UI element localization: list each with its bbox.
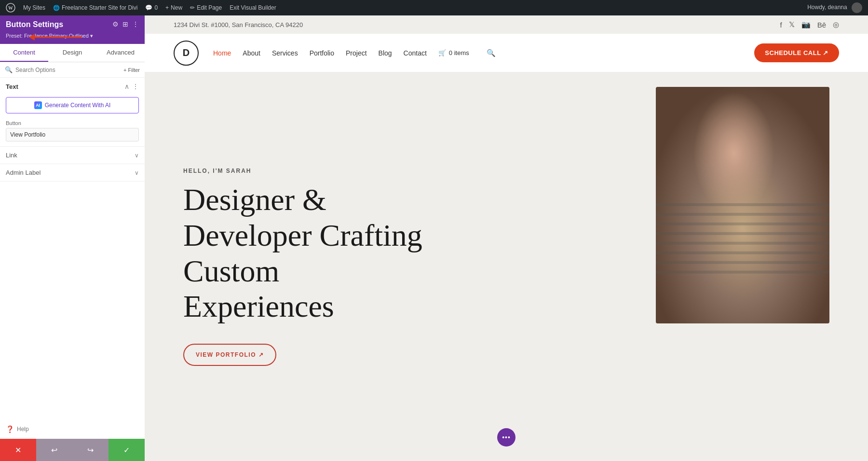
hero-image-inner (656, 87, 829, 323)
cart-icon: 🛒 (438, 49, 446, 56)
svg-rect-11 (656, 270, 829, 273)
panel-footer: ✕ ↩ ↪ ✓ (0, 439, 145, 461)
hero-image (656, 87, 829, 323)
search-input[interactable] (15, 67, 121, 73)
svg-rect-9 (656, 251, 829, 254)
ai-icon: AI (34, 101, 42, 109)
help-icon: ❓ (6, 425, 14, 433)
tab-design[interactable]: Design (48, 44, 96, 62)
search-row: 🔍 + Filter (0, 62, 145, 78)
social-icons: f 𝕏 📷 Bē ◎ (780, 20, 839, 29)
save-button[interactable]: ✓ (108, 439, 145, 461)
link-title: Link (6, 152, 17, 159)
nav-project[interactable]: Project (346, 49, 367, 57)
link-chevron-icon: ∨ (135, 152, 139, 159)
link-section: Link ∨ (0, 147, 145, 164)
link-collapsible[interactable]: Link ∨ (0, 147, 145, 164)
panel-title: Button Settings (6, 20, 63, 29)
svg-rect-7 (656, 232, 829, 235)
howdy-text: Howdy, deanna (807, 2, 862, 13)
comments-item[interactable]: 💬 0 (145, 4, 158, 11)
floating-action-button[interactable]: ••• (497, 428, 515, 447)
button-field-label: Button (6, 120, 139, 126)
admin-label-section: Admin Label ∨ (0, 164, 145, 182)
nav-blog[interactable]: Blog (379, 49, 392, 57)
site-nav-bar: D Home About Services Portfolio Project … (145, 34, 868, 72)
instagram-icon[interactable]: 📷 (801, 20, 811, 29)
new-item[interactable]: + New (165, 4, 182, 11)
search-icon: 🔍 (5, 66, 13, 73)
preset-label[interactable]: Preset: Freelance Primary Outlined ▾ (6, 33, 93, 39)
hero-cta-button[interactable]: VIEW PORTFOLIO ↗ (183, 344, 276, 366)
site-logo: D (174, 41, 199, 66)
hero-section: HELLO, I'M SARAH Designer & Developer Cr… (145, 72, 868, 461)
wp-admin-bar: W My Sites 🌐 Freelance Starter Site for … (0, 0, 868, 15)
svg-rect-5 (656, 212, 829, 215)
main-wrapper: Button Settings ⚙ ⊞ ⋮ Preset: Freelance … (0, 15, 868, 461)
ai-generate-button[interactable]: AI Generate Content With AI (6, 97, 139, 113)
facebook-icon[interactable]: f (780, 21, 782, 29)
panel-tabs: Content Design Advanced (0, 44, 145, 62)
undo-button[interactable]: ↩ (36, 439, 72, 461)
layout-icon[interactable]: ⊞ (122, 20, 128, 28)
help-text[interactable]: Help (17, 426, 29, 433)
help-row: ❓ Help (0, 419, 145, 439)
panel-header: Button Settings ⚙ ⊞ ⋮ (0, 15, 145, 33)
cart-count: 0 items (449, 49, 469, 56)
behance-icon[interactable]: Bē (817, 21, 826, 29)
tab-advanced[interactable]: Advanced (96, 44, 145, 62)
redo-button[interactable]: ↪ (72, 439, 108, 461)
hero-content: HELLO, I'M SARAH Designer & Developer Cr… (145, 139, 473, 394)
nav-portfolio[interactable]: Portfolio (310, 49, 334, 57)
nav-services[interactable]: Services (272, 49, 298, 57)
svg-rect-10 (656, 261, 829, 264)
twitter-icon[interactable]: 𝕏 (789, 20, 795, 29)
wp-logo-item[interactable]: W (6, 3, 15, 13)
tab-content[interactable]: Content (0, 44, 48, 62)
cart-icon-area[interactable]: 🛒 0 items (438, 49, 469, 56)
button-field-row: Button (0, 118, 145, 146)
text-section-title: Text (6, 83, 18, 90)
section-more-icon[interactable]: ⋮ (132, 83, 139, 90)
site-top-bar: 1234 Divi St. #1000, San Francisco, CA 9… (145, 15, 868, 34)
site-header: 1234 Divi St. #1000, San Francisco, CA 9… (145, 15, 868, 72)
cancel-button[interactable]: ✕ (0, 439, 36, 461)
content-area: 1234 Divi St. #1000, San Francisco, CA 9… (145, 15, 868, 461)
text-section: Text ∧ ⋮ AI Generate Content With AI But… (0, 78, 145, 147)
nav-contact[interactable]: Contact (404, 49, 427, 57)
admin-label-collapsible[interactable]: Admin Label ∨ (0, 164, 145, 181)
button-text-input[interactable] (6, 128, 139, 141)
admin-label-title: Admin Label (6, 169, 41, 176)
preset-row: Preset: Freelance Primary Outlined ▾ (0, 33, 145, 44)
hero-subtitle: HELLO, I'M SARAH (183, 168, 434, 174)
panel-header-icons: ⚙ ⊞ ⋮ (112, 20, 139, 28)
nav-home[interactable]: Home (213, 49, 231, 57)
text-section-controls: ∧ ⋮ (124, 83, 139, 90)
exit-builder-item[interactable]: Exit Visual Builder (230, 4, 276, 11)
more-icon[interactable]: ⋮ (132, 20, 139, 28)
admin-label-chevron-icon: ∨ (135, 169, 139, 176)
settings-icon[interactable]: ⚙ (112, 20, 119, 28)
left-panel: Button Settings ⚙ ⊞ ⋮ Preset: Freelance … (0, 15, 145, 461)
collapse-icon[interactable]: ∧ (124, 83, 129, 90)
text-section-header: Text ∧ ⋮ (0, 78, 145, 95)
schedule-call-button[interactable]: SCHEDULE CALL ↗ (754, 43, 839, 62)
svg-rect-4 (656, 203, 829, 206)
hero-title: Designer & Developer Crafting Custom Exp… (183, 182, 434, 324)
edit-page-item[interactable]: ✏ Edit Page (190, 4, 222, 11)
svg-text:W: W (8, 5, 13, 11)
filter-button[interactable]: + Filter (123, 67, 140, 73)
search-nav-icon[interactable]: 🔍 (487, 49, 496, 57)
dribbble-icon[interactable]: ◎ (833, 20, 839, 29)
site-name-item[interactable]: 🌐 Freelance Starter Site for Divi (53, 4, 137, 11)
main-nav: Home About Services Portfolio Project Bl… (213, 49, 740, 57)
svg-rect-6 (656, 222, 829, 225)
floating-btn-icon: ••• (502, 433, 511, 441)
site-address: 1234 Divi St. #1000, San Francisco, CA 9… (174, 21, 303, 28)
svg-rect-8 (656, 241, 829, 244)
my-sites-menu[interactable]: My Sites (23, 4, 45, 11)
nav-about[interactable]: About (243, 49, 260, 57)
